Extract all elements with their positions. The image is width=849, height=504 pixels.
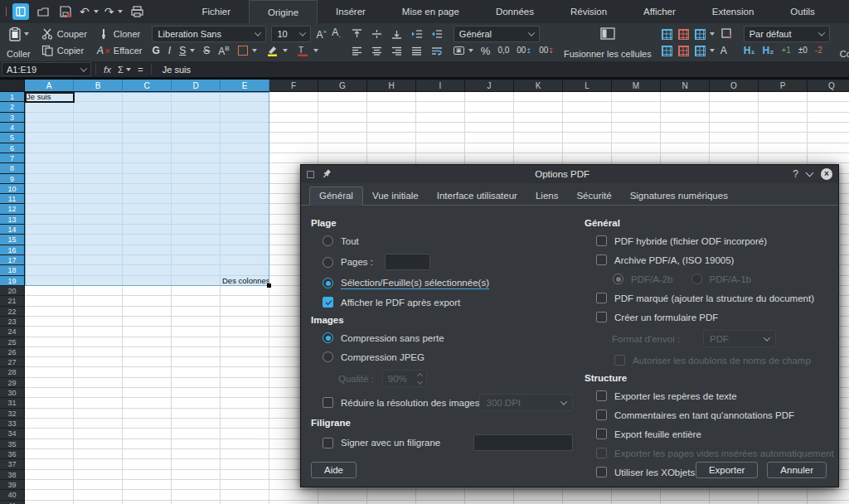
- cell-E8[interactable]: [221, 163, 269, 173]
- cell-B1[interactable]: [74, 92, 123, 102]
- cell-D21[interactable]: [172, 296, 221, 306]
- cell-M3[interactable]: [612, 113, 661, 123]
- merge-cells-button[interactable]: Fusionner les cellules: [562, 25, 653, 60]
- number-format-combo[interactable]: Général: [454, 26, 540, 42]
- row-header-6[interactable]: 6: [0, 143, 25, 153]
- cell-B2[interactable]: [74, 102, 123, 112]
- dialog-tab-interface-utilisateur[interactable]: Interface utilisateur: [428, 187, 526, 205]
- cell-L7[interactable]: [563, 153, 612, 163]
- cell-D7[interactable]: [172, 153, 221, 163]
- cell-I1[interactable]: [416, 92, 465, 102]
- font-name-combo[interactable]: Liberation Sans: [152, 26, 266, 42]
- cell-Q3[interactable]: [808, 113, 849, 123]
- delete-rows-icon[interactable]: [678, 29, 689, 40]
- cell-B7[interactable]: [74, 153, 123, 163]
- cell-B34[interactable]: [74, 429, 123, 439]
- cell-style-combo[interactable]: Par défaut: [744, 26, 830, 42]
- cell-J2[interactable]: [465, 102, 514, 112]
- cell-B6[interactable]: [74, 143, 123, 153]
- cell-C21[interactable]: [123, 296, 172, 306]
- column-header-D[interactable]: D: [172, 80, 221, 92]
- cell-D41[interactable]: [172, 501, 221, 504]
- row-header-20[interactable]: 20: [0, 286, 25, 296]
- checkbox[interactable]: [596, 293, 607, 303]
- cell-P2[interactable]: [759, 102, 808, 112]
- highlight-caret-icon[interactable]: [283, 49, 288, 52]
- cell-L6[interactable]: [563, 143, 612, 153]
- print-icon[interactable]: [129, 3, 145, 20]
- align-center-icon[interactable]: [371, 44, 384, 57]
- cell-M2[interactable]: [612, 102, 661, 112]
- cell-P5[interactable]: [759, 133, 808, 143]
- undo-button[interactable]: ↶: [80, 6, 99, 17]
- del-decimal-button[interactable]: 00↧: [539, 46, 554, 55]
- cell-D22[interactable]: [172, 307, 221, 317]
- cell-A19[interactable]: [25, 276, 74, 286]
- cell-O40[interactable]: [710, 490, 759, 500]
- cell-D37[interactable]: [172, 459, 221, 469]
- cell-B28[interactable]: [74, 367, 123, 377]
- row-header-12[interactable]: 12: [0, 204, 25, 214]
- cell-K2[interactable]: [514, 102, 563, 112]
- row-header-35[interactable]: 35: [0, 439, 25, 449]
- pin-icon[interactable]: [323, 169, 332, 180]
- cell-C12[interactable]: [123, 204, 172, 214]
- dialog-tab-général[interactable]: Général: [309, 187, 363, 206]
- cell-D14[interactable]: [172, 225, 221, 235]
- cell-A31[interactable]: [25, 398, 74, 408]
- cell-O6[interactable]: [710, 143, 759, 153]
- cell-A9[interactable]: [25, 174, 74, 184]
- cell-D40[interactable]: [172, 490, 221, 500]
- redo-caret-icon[interactable]: [118, 10, 123, 13]
- cell-C7[interactable]: [123, 153, 172, 163]
- cell-A27[interactable]: [25, 357, 74, 367]
- cell-Q4[interactable]: [808, 123, 849, 133]
- cell-D8[interactable]: [172, 163, 221, 173]
- currency-format-button[interactable]: ▣: [454, 46, 473, 55]
- row-header-1[interactable]: 1: [0, 92, 25, 102]
- cell-A2[interactable]: [25, 102, 74, 112]
- row-header-36[interactable]: 36: [0, 449, 25, 459]
- cell-D5[interactable]: [172, 133, 221, 143]
- row-header-21[interactable]: 21: [0, 296, 25, 306]
- cell-L3[interactable]: [563, 113, 612, 123]
- cell-E3[interactable]: [221, 113, 269, 123]
- cell-J7[interactable]: [465, 153, 514, 163]
- rows-menu-button[interactable]: [695, 29, 715, 40]
- cell-J1[interactable]: [465, 92, 514, 102]
- column-header-B[interactable]: B: [74, 80, 123, 92]
- cell-D25[interactable]: [172, 337, 221, 347]
- cell-D10[interactable]: [172, 184, 221, 194]
- column-header-F[interactable]: F: [269, 80, 318, 92]
- cell-A25[interactable]: [25, 337, 74, 347]
- row-header-8[interactable]: 8: [0, 163, 25, 173]
- cell-B14[interactable]: [74, 225, 123, 235]
- cell-H4[interactable]: [367, 123, 416, 133]
- cell-E23[interactable]: [221, 317, 269, 327]
- cell-A1[interactable]: Je suis: [25, 92, 74, 102]
- cell-B15[interactable]: [74, 235, 123, 245]
- cell-A32[interactable]: [25, 409, 74, 419]
- dialog-tab-liens[interactable]: Liens: [526, 187, 568, 205]
- cell-A21[interactable]: [25, 296, 74, 306]
- cell-Q1[interactable]: [808, 92, 849, 102]
- cell-C14[interactable]: [123, 225, 172, 235]
- cell-A34[interactable]: [25, 429, 74, 439]
- text-input[interactable]: [473, 434, 573, 451]
- cell-I3[interactable]: [416, 113, 465, 123]
- cell-A30[interactable]: [25, 388, 74, 398]
- cell-E9[interactable]: [221, 174, 269, 184]
- column-header-M[interactable]: M: [612, 80, 661, 92]
- cell-E30[interactable]: [221, 388, 269, 398]
- cell-N41[interactable]: [661, 501, 710, 504]
- cell-C34[interactable]: [123, 429, 172, 439]
- cell-E10[interactable]: [221, 184, 269, 194]
- cell-A7[interactable]: [25, 153, 74, 163]
- cell-K5[interactable]: [514, 133, 563, 143]
- cell-D29[interactable]: [172, 378, 221, 388]
- cell-K6[interactable]: [514, 143, 563, 153]
- cell-A26[interactable]: [25, 347, 74, 357]
- cell-B30[interactable]: [74, 388, 123, 398]
- cell-F41[interactable]: [269, 501, 318, 504]
- cell-C23[interactable]: [123, 317, 172, 327]
